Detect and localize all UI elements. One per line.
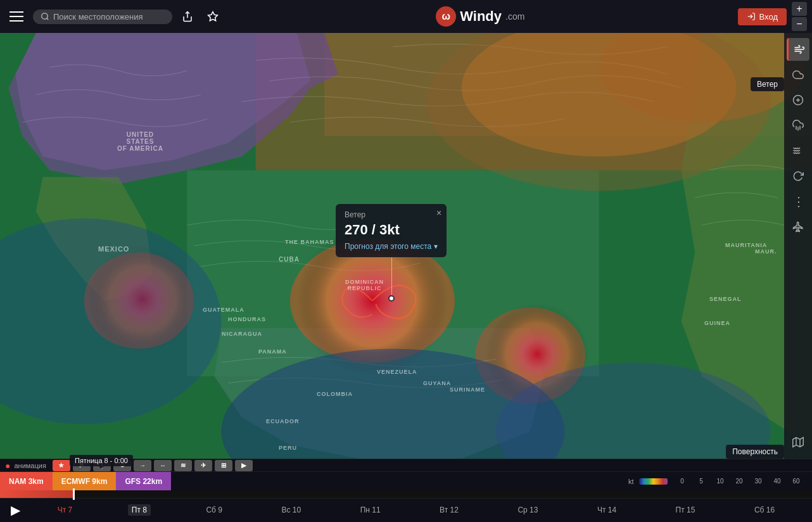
plane-icon (792, 221, 804, 232)
popup-close-button[interactable]: × (436, 208, 441, 218)
wind-icon (794, 44, 805, 55)
layer-wind-button[interactable] (787, 38, 809, 61)
logo-text: Windy (460, 8, 502, 25)
terrain-icon (792, 436, 804, 448)
map[interactable]: UNITEDSTATESOF AMERICA MEXICO CUBA THE B… (0, 33, 812, 459)
share-button[interactable] (177, 6, 198, 27)
header: ω Windy.com Вход + − (0, 0, 812, 33)
marker-line (391, 257, 392, 295)
anim-exchange-button[interactable]: ↔ (154, 460, 172, 471)
favorite-button[interactable] (203, 6, 223, 27)
zoom-controls: + − (792, 2, 807, 31)
svg-marker-32 (793, 438, 804, 447)
menu-button[interactable] (5, 5, 28, 28)
plus-icon (792, 94, 804, 106)
progress-thumb (73, 488, 75, 500)
anim-forward-button[interactable]: → (134, 460, 151, 471)
svg-point-0 (42, 13, 48, 19)
anim-favorite-button[interactable]: ★ (53, 460, 70, 471)
wind-popup: Ветер 270 / 3kt Прогноз для этого места … (336, 204, 447, 257)
play-button[interactable]: ▶ (5, 500, 25, 520)
day-sun10[interactable]: Вс 10 (277, 504, 305, 516)
day-tue12[interactable]: Вт 12 (436, 504, 462, 516)
anim-wave-button[interactable]: ≋ (174, 460, 192, 471)
zoom-out-button[interactable]: − (792, 17, 807, 31)
windy-logo-icon: ω (436, 6, 456, 27)
timeline-days: ▶ Чт 7 Пт 8 Сб 9 Вс 10 Пн 11 Вт 12 Ср 13… (0, 498, 812, 521)
anim-plane-button[interactable]: ✈ (194, 460, 212, 471)
model-gfs-button[interactable]: GFS 22km (116, 472, 171, 490)
wind-scale-gradient (639, 478, 668, 485)
login-button[interactable]: Вход (738, 8, 787, 25)
layer-waves-button[interactable] (787, 139, 809, 162)
day-fri8[interactable]: Пт 8 (128, 504, 151, 516)
search-input[interactable] (53, 12, 161, 22)
zoom-in-button[interactable]: + (792, 2, 807, 16)
svg-line-1 (47, 18, 49, 20)
wind-layer-badge: Ветер (751, 77, 784, 91)
day-fri15[interactable]: Пт 15 (672, 504, 699, 516)
progress-fill (0, 490, 73, 498)
model-ecmwf-button[interactable]: ECMWF 9km (53, 472, 117, 490)
more-button[interactable]: ⋮ (787, 190, 809, 213)
timeline-progress[interactable] (0, 490, 812, 498)
day-sat16[interactable]: Сб 16 (751, 504, 778, 516)
day-thu14[interactable]: Чт 14 (593, 504, 620, 516)
logo-area: ω Windy.com (228, 6, 733, 27)
popup-forecast[interactable]: Прогноз для этого места ▾ (345, 242, 438, 251)
anim-icon: ● (5, 461, 10, 471)
marker-dot (388, 295, 395, 302)
day-wed13[interactable]: Ср 13 (514, 504, 542, 516)
terrain-button[interactable] (787, 431, 809, 454)
model-bar: NAM 3km ECMWF 9km GFS 22km kt 0 5 10 20 … (0, 471, 812, 490)
popup-value: 270 / 3kt (345, 222, 438, 238)
model-nam-button[interactable]: NAM 3km (0, 472, 53, 490)
scale-bar: kt 0 5 10 20 30 40 60 (622, 474, 812, 488)
layer-cloud-button[interactable] (787, 63, 809, 86)
rain-icon (792, 120, 804, 131)
scale-numbers: 0 5 10 20 30 40 60 (673, 478, 806, 485)
search-box[interactable] (33, 10, 172, 24)
refresh-button[interactable] (787, 165, 809, 188)
day-sat9[interactable]: Сб 9 (202, 504, 226, 516)
day-thu7[interactable]: Чт 7 (54, 504, 77, 516)
day-labels: Чт 7 Пт 8 Сб 9 Вс 10 Пн 11 Вт 12 Ср 13 Ч… (25, 504, 807, 516)
anim-label: анимация (14, 462, 46, 469)
popup-title: Ветер (345, 210, 438, 219)
svg-marker-3 (208, 12, 218, 21)
surface-badge: Поверхность (726, 445, 784, 459)
right-sidebar: Ветер ⋮ Поверхность (784, 33, 812, 459)
anim-play2-button[interactable]: ▶ (235, 460, 253, 471)
cloud-icon (792, 69, 804, 80)
bottom-bar: ● анимация ★ ⚑ | ↺ → ↔ ≋ ✈ ⊞ ▶ NAM 3km E… (0, 459, 812, 522)
logo-com: .com (505, 11, 524, 22)
anim-grid-button[interactable]: ⊞ (215, 460, 232, 471)
scale-unit: kt (628, 478, 634, 485)
time-tooltip: Пятница 8 - 0:00 (70, 455, 133, 466)
day-mon11[interactable]: Пн 11 (357, 504, 384, 516)
flight-button[interactable] (787, 215, 809, 238)
waves-icon (792, 145, 804, 156)
layer-add-button[interactable] (787, 89, 809, 111)
refresh-icon (792, 170, 804, 182)
search-icon (41, 12, 49, 21)
layer-rain-button[interactable] (787, 114, 809, 137)
